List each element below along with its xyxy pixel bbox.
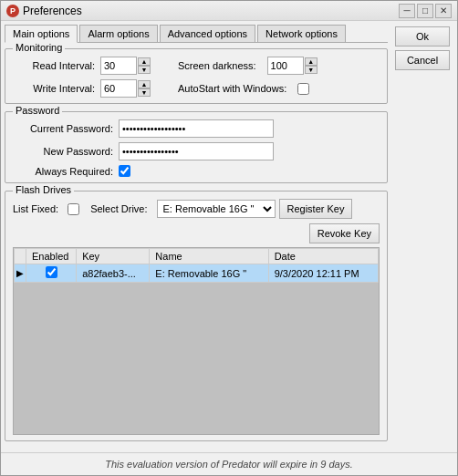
main-panel: Main options Alarm options Advanced opti…: [1, 21, 391, 452]
current-password-row: Current Password:: [13, 119, 380, 138]
screen-darkness-input[interactable]: [267, 57, 304, 75]
table-header-row: Enabled Key Name Date: [15, 249, 379, 264]
tab-main-options[interactable]: Main options: [5, 25, 78, 43]
write-interval-spinner: ▲ ▼: [100, 79, 151, 98]
row-arrow: ▶: [15, 264, 26, 283]
autostart-label: AutoStart with Windows:: [178, 83, 286, 94]
col-date-header: Date: [268, 249, 378, 264]
screen-darkness-spinner: ▲ ▼: [267, 57, 317, 75]
register-key-button[interactable]: Register Key: [279, 199, 353, 219]
preferences-window: P Preferences ─ □ ✕ Main options Alarm o…: [0, 0, 458, 476]
read-interval-up[interactable]: ▲: [138, 57, 151, 66]
read-interval-down[interactable]: ▼: [138, 66, 151, 74]
side-buttons-panel: Ok Cancel: [391, 21, 457, 452]
ok-button[interactable]: Ok: [395, 26, 450, 47]
window-title: Preferences: [23, 5, 399, 17]
always-required-label: Always Required:: [13, 166, 113, 177]
drives-table-container[interactable]: Enabled Key Name Date ▶: [13, 247, 380, 435]
select-drive-label: Select Drive:: [90, 203, 147, 214]
revoke-key-button[interactable]: Revoke Key: [309, 223, 380, 243]
monitoring-right1: Screen darkness: ▲ ▼: [178, 57, 317, 75]
row-name: E: Removable 16G ": [150, 264, 268, 283]
write-interval-spinner-btns: ▲ ▼: [138, 80, 151, 97]
current-password-input[interactable]: [119, 119, 274, 138]
always-required-checkbox[interactable]: [119, 165, 130, 177]
new-password-label: New Password:: [13, 146, 113, 157]
screen-darkness-up[interactable]: ▲: [305, 57, 317, 66]
always-required-row: Always Required:: [13, 165, 380, 177]
screen-darkness-spinner-btns: ▲ ▼: [305, 57, 317, 74]
tab-bar: Main options Alarm options Advanced opti…: [5, 25, 388, 43]
monitoring-label: Monitoring: [13, 42, 65, 53]
monitoring-section: Monitoring Read Interval: ▲ ▼ Screen dar…: [5, 48, 388, 104]
row-enabled-checkbox[interactable]: [46, 266, 57, 278]
select-drive-dropdown[interactable]: E: Removable 16G ": [157, 200, 276, 218]
read-interval-spinner-btns: ▲ ▼: [138, 57, 151, 74]
tab-alarm-options[interactable]: Alarm options: [79, 25, 157, 42]
flash-drives-section: Flash Drives List Fixed: Select Drive: E…: [5, 191, 388, 441]
col-name-header: Name: [150, 249, 268, 264]
app-icon: P: [6, 5, 19, 17]
tab-network-options[interactable]: Network options: [257, 25, 346, 42]
list-fixed-checkbox[interactable]: [68, 203, 79, 215]
write-interval-input[interactable]: [100, 79, 137, 98]
new-password-row: New Password:: [13, 142, 380, 160]
write-interval-label: Write Interval:: [13, 83, 95, 94]
list-fixed-label: List Fixed:: [13, 203, 58, 214]
read-interval-input[interactable]: [100, 57, 137, 75]
new-password-input[interactable]: [119, 142, 274, 160]
monitoring-row2: Write Interval: ▲ ▼ AutoStart with Windo…: [13, 79, 380, 98]
title-bar: P Preferences ─ □ ✕: [1, 1, 457, 21]
autostart-checkbox[interactable]: [297, 83, 309, 95]
screen-darkness-down[interactable]: ▼: [305, 66, 317, 74]
flash-drives-label: Flash Drives: [13, 184, 74, 195]
monitoring-row1: Read Interval: ▲ ▼ Screen darkness:: [13, 57, 380, 75]
write-interval-down[interactable]: ▼: [138, 88, 151, 97]
write-interval-up[interactable]: ▲: [138, 80, 151, 88]
row-key: a82faeb3-...: [77, 264, 150, 283]
row-date: 9/3/2020 12:11 PM: [268, 264, 378, 283]
col-enabled-header: Enabled: [26, 249, 77, 264]
flash-drives-controls: List Fixed: Select Drive: E: Removable 1…: [13, 199, 380, 219]
table-row[interactable]: ▶ a82faeb3-... E: Removable 16G " 9/3/20…: [15, 264, 379, 283]
close-button[interactable]: ✕: [435, 4, 452, 18]
minimize-button[interactable]: ─: [399, 4, 415, 18]
table-body: ▶ a82faeb3-... E: Removable 16G " 9/3/20…: [15, 264, 379, 283]
status-text: This evaluation version of Predator will…: [105, 459, 352, 470]
maximize-button[interactable]: □: [417, 4, 433, 18]
read-interval-label: Read Interval:: [13, 60, 95, 71]
main-content: Main options Alarm options Advanced opti…: [1, 21, 457, 452]
screen-darkness-label: Screen darkness:: [178, 60, 256, 71]
row-enabled: [26, 264, 77, 283]
drives-table: Enabled Key Name Date ▶: [14, 248, 379, 283]
cancel-button[interactable]: Cancel: [395, 50, 450, 70]
password-label: Password: [13, 105, 62, 116]
status-bar: This evaluation version of Predator will…: [1, 452, 457, 475]
read-interval-spinner: ▲ ▼: [100, 57, 151, 75]
col-arrow-header: [15, 249, 26, 264]
password-section: Password Current Password: New Password:…: [5, 111, 388, 183]
window-controls: ─ □ ✕: [399, 4, 452, 18]
tab-advanced-options[interactable]: Advanced options: [160, 25, 255, 42]
monitoring-right2: AutoStart with Windows:: [178, 83, 309, 95]
col-key-header: Key: [77, 249, 150, 264]
current-password-label: Current Password:: [13, 123, 113, 134]
